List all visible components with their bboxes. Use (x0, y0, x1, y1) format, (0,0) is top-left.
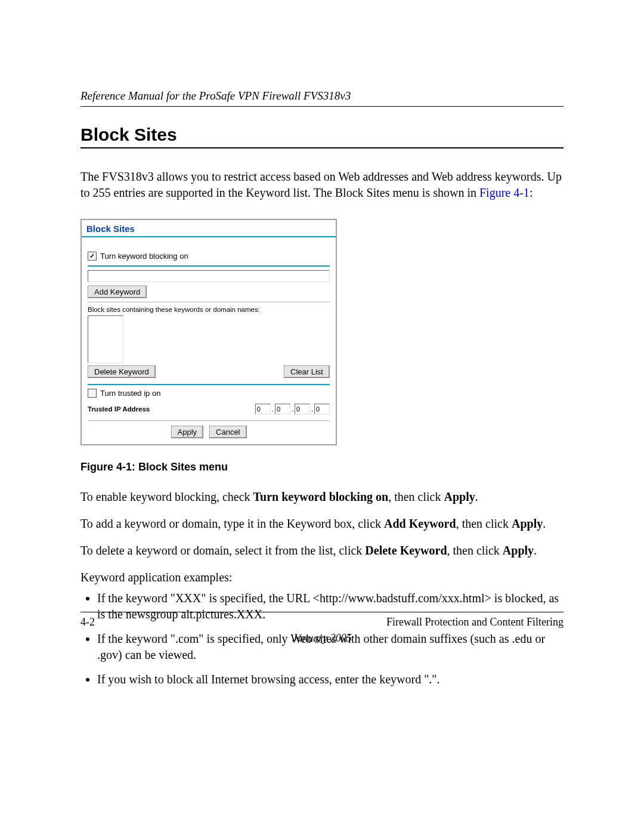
figure-4-1: Block Sites Turn keyword blocking on Add… (80, 219, 564, 473)
figure-link[interactable]: Figure 4-1 (479, 186, 530, 199)
trusted-ip-input-group: 0. 0. 0. 0 (255, 404, 330, 414)
footer-section-title: Firewall Protection and Content Filterin… (386, 616, 564, 628)
add-keyword-button[interactable]: Add Keyword (88, 286, 147, 298)
examples-intro: Keyword application examples: (80, 569, 564, 586)
delete-keyword-button[interactable]: Delete Keyword (88, 366, 156, 378)
footer-page-number: 4-2 (80, 616, 95, 628)
clear-list-button[interactable]: Clear List (284, 366, 330, 378)
turn-trusted-ip-checkbox[interactable] (88, 389, 97, 398)
intro-paragraph: The FVS318v3 allows you to restrict acce… (80, 169, 564, 201)
footer-date: January 2005 (80, 632, 564, 645)
ip-octet-3[interactable]: 0 (295, 404, 310, 414)
intro-line-2b: : (530, 186, 533, 199)
add-paragraph: To add a keyword or domain, type it in t… (80, 516, 564, 532)
ip-octet-4[interactable]: 0 (314, 404, 330, 414)
ip-octet-2[interactable]: 0 (275, 404, 290, 414)
page-footer: 4-2 Firewall Protection and Content Filt… (80, 612, 564, 645)
ip-octet-1[interactable]: 0 (255, 404, 271, 414)
block-sites-panel: Block Sites Turn keyword blocking on Add… (80, 219, 337, 445)
keyword-input[interactable] (88, 270, 330, 282)
cancel-button[interactable]: Cancel (209, 426, 246, 438)
figure-caption: Figure 4-1: Block Sites menu (80, 461, 564, 473)
panel-title: Block Sites (82, 220, 336, 237)
turn-keyword-blocking-checkbox[interactable] (88, 252, 97, 261)
apply-button[interactable]: Apply (171, 426, 204, 438)
enable-paragraph: To enable keyword blocking, check Turn k… (80, 489, 564, 505)
turn-trusted-ip-label: Turn trusted ip on (100, 389, 160, 398)
turn-keyword-blocking-label: Turn keyword blocking on (100, 252, 188, 261)
trusted-ip-label: Trusted IP Address (88, 405, 150, 413)
list-item: If you wish to block all Internet browsi… (97, 671, 564, 688)
delete-paragraph: To delete a keyword or domain, select it… (80, 543, 564, 559)
intro-line-1: The FVS318v3 allows you to restrict acce… (80, 170, 544, 183)
keyword-list-label: Block sites containing these keywords or… (88, 306, 330, 313)
page-title: Block Sites (80, 125, 564, 148)
running-header: Reference Manual for the ProSafe VPN Fir… (80, 89, 564, 107)
keyword-list[interactable] (88, 315, 123, 363)
